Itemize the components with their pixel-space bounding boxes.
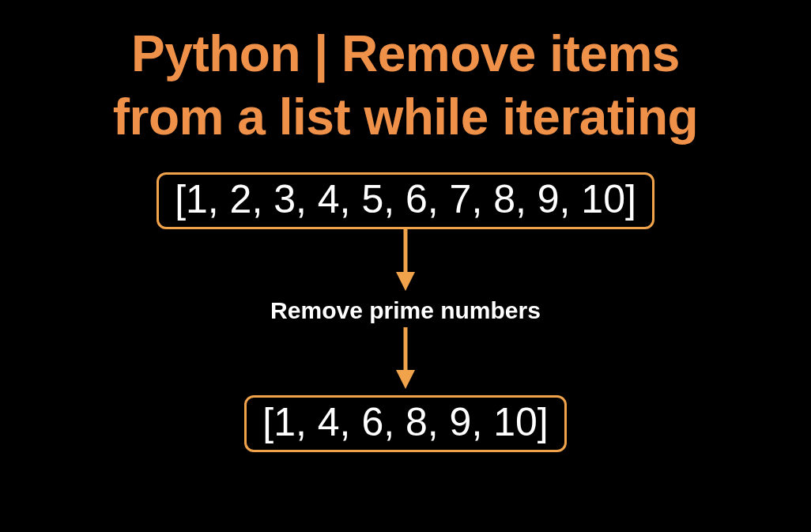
title-line-2: from a list while iterating xyxy=(113,89,698,145)
svg-marker-3 xyxy=(396,370,415,389)
arrow-label: Remove prime numbers xyxy=(270,297,541,324)
title-line-1: Python | Remove items xyxy=(131,25,680,82)
arrow-down-icon xyxy=(390,327,421,389)
output-list: [1, 4, 6, 8, 9, 10] xyxy=(244,395,566,452)
arrow-down-icon xyxy=(390,229,421,291)
svg-marker-1 xyxy=(396,272,415,291)
output-list-container: [1, 4, 6, 8, 9, 10] xyxy=(244,395,566,452)
input-list: [1, 2, 3, 4, 5, 6, 7, 8, 9, 10] xyxy=(157,172,654,229)
input-list-container: [1, 2, 3, 4, 5, 6, 7, 8, 9, 10] xyxy=(157,172,654,229)
page-title: Python | Remove items from a list while … xyxy=(113,22,698,149)
flow-arrow-section: Remove prime numbers xyxy=(270,229,541,389)
